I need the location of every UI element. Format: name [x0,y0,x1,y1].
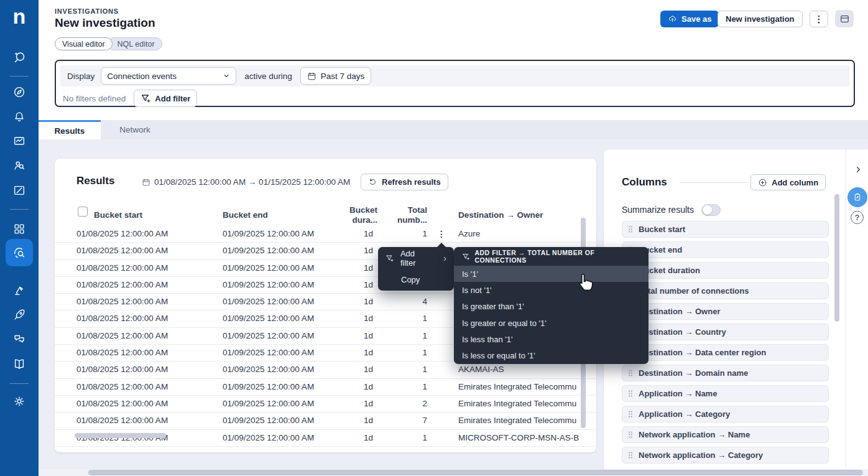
filter-operator-item[interactable]: Is less or equal to '1' [454,347,649,363]
column-item[interactable]: Network application → Name [622,426,829,443]
column-item[interactable]: Destination → Data center region [622,344,829,361]
cell-bucket-end: 01/09/2025 12:00:00 AM [223,413,314,429]
cell-total-connections: 1 [377,379,427,395]
sidebar-item-threat-hunting[interactable] [12,282,27,297]
column-item[interactable]: Application → Category [622,406,829,422]
column-item[interactable]: Destination → Domain name [622,365,829,381]
header-total-line2: numb... [378,215,427,225]
table-row[interactable]: 01/08/2025 12:00:00 AM 01/09/2025 12:00:… [55,226,596,243]
filter-operator-item[interactable]: Is greater than '1' [454,299,649,315]
column-item-label: Total number of connections [639,286,749,296]
submenu-chevron-icon: › [443,253,446,263]
cell-bucket-end: 01/09/2025 12:00:00 AM [223,396,314,412]
rail-divider [846,149,846,476]
header-bucket-duration[interactable]: Bucket dura... [328,205,377,225]
sidebar-item-settings[interactable] [12,394,27,409]
collapse-panel-chevron-icon[interactable] [854,165,863,174]
page-horizontal-scrollbar-track[interactable] [39,469,868,476]
time-range-button[interactable]: Past 7 days [300,67,372,85]
page-horizontal-scrollbar-thumb[interactable] [88,470,863,475]
column-item[interactable]: Total number of connections [622,282,829,299]
column-item[interactable]: Destination → Country [622,324,829,340]
help-button[interactable]: ? [851,211,864,224]
column-item-label: Destination → Domain name [639,368,748,378]
header-total-connections[interactable]: Total numb... [378,205,427,225]
header-bucket-start[interactable]: Bucket start [94,210,142,220]
cell-destination-owner: Emirates Integrated Telecommu [458,379,581,395]
table-row[interactable]: 01/08/2025 12:00:00 AM 01/09/2025 12:00:… [55,430,596,447]
sidebar-item-docs[interactable] [12,357,27,371]
refresh-results-button[interactable]: Refresh results [361,174,448,190]
header-destination-owner[interactable]: Destination → Owner [458,210,543,220]
app-logo[interactable]: n [0,4,39,29]
cell-bucket-end: 01/09/2025 12:00:00 AM [223,260,314,276]
columns-scrollbar[interactable] [834,194,839,322]
column-item[interactable]: Bucket end [622,241,829,258]
notes-rail-button[interactable] [847,187,867,207]
column-item[interactable]: Application → Name [622,385,829,402]
add-column-button[interactable]: Add column [750,174,826,190]
sidebar-item-notes[interactable] [12,183,27,198]
compass-icon [12,85,26,99]
column-item-label: Destination → Data center region [639,348,766,357]
column-item[interactable]: Bucket duration [622,262,829,279]
sidebar-item-investigations-active[interactable] [6,239,33,266]
column-item[interactable]: Destination → Owner [622,303,829,320]
tab-visual-editor[interactable]: Visual editor [55,37,113,50]
cell-bucket-duration: 1d [328,396,373,412]
header-duration-line2: dura... [328,215,377,225]
cell-bucket-start: 01/08/2025 12:00:00 AM [76,396,168,412]
table-row[interactable]: 01/08/2025 12:00:00 AM 01/09/2025 12:00:… [55,413,596,429]
cell-total-connections: 2 [377,396,427,412]
filter-operator-item[interactable]: Is less than '1' [454,331,649,347]
summarize-results-toggle[interactable] [701,204,721,216]
drag-handle-icon[interactable] [628,390,633,398]
columns-title: Columns [622,176,667,189]
sidebar-item-monitoring[interactable] [12,134,27,149]
drag-handle-icon[interactable] [628,225,633,233]
drag-handle-icon[interactable] [628,410,633,418]
query-panel: Display Connection events active during … [55,60,855,107]
sidebar-item-feedback[interactable] [12,332,27,347]
tab-results[interactable]: Results [39,120,101,139]
context-menu-add-filter[interactable]: Add filter › [378,247,454,269]
header-bucket-end[interactable]: Bucket end [223,210,268,220]
add-filter-submenu: ADD FILTER → TOTAL NUMBER OF CONNECTIONS… [454,247,649,364]
sidebar-item-getting-started[interactable] [12,307,27,322]
select-all-checkbox[interactable] [78,207,88,217]
time-range-value: Past 7 days [321,72,365,81]
nql-editor-label: NQL editor [118,40,155,49]
add-column-label: Add column [772,178,818,187]
filter-operator-item[interactable]: Is not '1' [454,282,649,298]
save-as-button[interactable]: Save as [660,11,719,27]
column-item[interactable]: Bucket start [622,221,829,238]
sidebar-item-explore[interactable] [12,85,27,100]
tab-nql-editor[interactable]: NQL editor [107,37,162,50]
table-row[interactable]: 01/08/2025 12:00:00 AM 01/09/2025 12:00:… [55,396,596,413]
table-horizontal-scrollbar[interactable] [75,433,166,438]
column-item[interactable]: Network application → Category [622,447,829,464]
context-menu-copy[interactable]: Copy [378,269,454,291]
sidebar-item-ai-search[interactable] [12,50,27,65]
column-item-label: Network application → Name [639,430,750,439]
drag-handle-icon[interactable] [628,431,633,439]
column-item-label: Application → Category [639,409,730,419]
more-actions-button[interactable]: ⋮ [810,11,828,27]
cell-total-connections: 1 [377,226,427,242]
event-type-select[interactable]: Connection events [101,67,236,85]
sidebar-item-dashboards[interactable] [12,222,27,236]
column-item-label: Network application → Category [639,450,763,460]
table-row[interactable]: 01/08/2025 12:00:00 AM 01/09/2025 12:00:… [55,379,596,396]
filter-operator-item[interactable]: Is greater or equal to '1' [454,315,649,331]
drag-handle-icon[interactable] [628,369,633,377]
new-investigation-button[interactable]: New investigation [718,11,803,27]
table-row[interactable]: 01/08/2025 12:00:00 AM 01/09/2025 12:00:… [55,362,596,378]
drag-handle-icon[interactable] [628,451,633,459]
layout-toggle-button[interactable] [835,10,854,27]
add-filter-button[interactable]: Add filter [134,90,197,107]
sidebar-item-alerts[interactable] [12,110,27,124]
row-kebab-icon[interactable]: ⋮ [436,226,446,242]
sidebar-item-entity-search[interactable] [12,158,27,173]
tab-network[interactable]: Network [101,120,169,139]
filter-operator-item[interactable]: Is '1' [454,266,649,282]
